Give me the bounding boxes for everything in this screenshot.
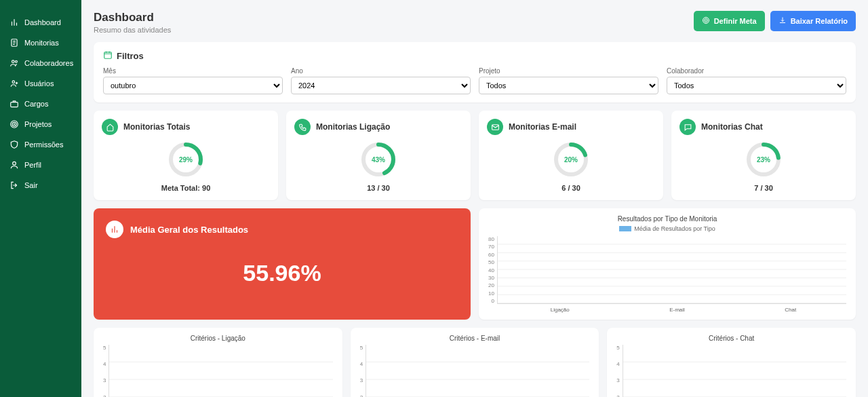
mail-icon [487, 119, 503, 135]
legend-swatch [619, 226, 631, 231]
type-chart-card: Resultados por Tipo de Monitoria Média d… [479, 208, 856, 320]
criteria-chart-card: Critérios - E-mail 012345 AtencaoPerfilC… [351, 328, 599, 397]
sidebar-item-label: Permissões [24, 140, 63, 149]
donut-percent: 20% [553, 142, 589, 177]
logout-icon [9, 181, 19, 190]
sidebar-item-label: Sair [24, 181, 38, 189]
filters-title: Filtros [117, 51, 144, 61]
project-label: Projeto [479, 67, 658, 75]
define-goal-button[interactable]: Definir Meta [694, 11, 765, 31]
user-plus-icon [9, 79, 19, 88]
main-content: Dashboard Resumo das atividades Definir … [81, 0, 868, 397]
average-value: 55.96% [106, 238, 458, 307]
users-icon [9, 58, 19, 68]
sidebar-item-label: Projetos [24, 120, 52, 128]
sidebar-item-label: Cargos [24, 100, 48, 108]
sidebar-item-label: Monitorias [24, 39, 59, 47]
type-chart-legend: Média de Resultados por Tipo [488, 225, 846, 232]
svg-point-7 [14, 124, 14, 124]
sidebar-item-usuários[interactable]: Usuários [0, 73, 81, 94]
average-card: Média Geral dos Resultados 55.96% [94, 208, 471, 320]
sidebar-item-colaboradores[interactable]: Colaboradores [0, 53, 81, 73]
donut-percent: 23% [746, 142, 781, 177]
svg-rect-12 [104, 52, 112, 58]
svg-point-3 [12, 81, 15, 83]
donut-percent: 43% [361, 142, 396, 177]
stat-title: Monitorias Ligação [316, 122, 390, 132]
stat-title: Monitorias Chat [701, 122, 763, 132]
sidebar-item-label: Dashboard [24, 18, 61, 26]
sidebar-item-cargos[interactable]: Cargos [0, 94, 81, 114]
page-subtitle: Resumo das atividades [94, 26, 171, 34]
briefcase-icon [9, 99, 19, 109]
sidebar-item-permissões[interactable]: Permissões [0, 134, 81, 155]
stat-card: Monitorias Chat 23% 7 / 30 [671, 111, 856, 200]
stat-title: Monitorias Totais [123, 122, 190, 132]
year-select[interactable]: 2024 [291, 77, 471, 94]
user-icon [9, 160, 19, 170]
criteria-chart-card: Critérios - Chat 012345 CordialidadeEmpa… [607, 328, 856, 397]
svg-point-1 [12, 60, 15, 63]
crit-chart-title: Critérios - E-mail [360, 335, 590, 342]
sidebar-item-label: Perfil [24, 161, 41, 169]
sidebar-item-label: Usuários [24, 79, 54, 88]
sidebar-item-dashboard[interactable]: Dashboard [0, 12, 81, 33]
donut-percent: 29% [168, 142, 203, 177]
sidebar-item-sair[interactable]: Sair [0, 175, 81, 195]
stat-card: Monitorias Ligação 43% 13 / 30 [286, 111, 471, 200]
download-report-button[interactable]: Baixar Relatório [770, 11, 856, 31]
donut-chart: 20% [553, 142, 589, 177]
project-select[interactable]: Todos [479, 77, 658, 94]
stat-card: Monitorias Totais 29% Meta Total: 90 [94, 111, 278, 200]
phone-icon [294, 119, 311, 135]
svg-point-2 [15, 60, 17, 62]
crit-chart-title: Critérios - Chat [616, 335, 846, 342]
sidebar: DashboardMonitoriasColaboradoresUsuários… [0, 0, 81, 397]
donut-chart: 29% [168, 142, 203, 177]
document-icon [9, 38, 19, 48]
crit-chart-title: Critérios - Ligação [103, 335, 333, 342]
type-chart-title: Resultados por Tipo de Monitoria [488, 215, 846, 223]
criteria-chart-card: Critérios - Ligação 012345 CordialidadeL… [94, 328, 342, 397]
stat-footer: 13 / 30 [367, 184, 390, 192]
svg-point-8 [13, 162, 16, 165]
donut-chart: 43% [361, 142, 396, 177]
year-label: Ano [291, 67, 471, 75]
stat-footer: Meta Total: 90 [161, 184, 211, 192]
download-icon [778, 16, 787, 26]
donut-chart: 23% [746, 142, 781, 177]
stat-footer: 7 / 30 [754, 184, 773, 192]
sidebar-item-monitorias[interactable]: Monitorias [0, 33, 81, 53]
svg-rect-4 [11, 102, 18, 107]
home-icon [102, 119, 118, 135]
sidebar-item-projetos[interactable]: Projetos [0, 114, 81, 134]
month-label: Mês [103, 67, 283, 75]
target-icon [702, 16, 710, 26]
sidebar-item-label: Colaboradores [24, 59, 73, 67]
sidebar-item-perfil[interactable]: Perfil [0, 155, 81, 175]
average-title: Média Geral dos Resultados [130, 225, 248, 235]
shield-icon [9, 140, 19, 149]
filters-card: Filtros Mês outubro Ano 2024 Projeto Tod… [94, 42, 856, 102]
bar-chart-icon [9, 18, 19, 27]
collaborator-label: Colaborador [667, 67, 846, 75]
page-title: Dashboard [94, 11, 171, 24]
chart-icon [106, 221, 123, 238]
stat-card: Monitorias E-mail 20% 6 / 30 [479, 111, 663, 200]
calendar-icon [103, 50, 113, 62]
collaborator-select[interactable]: Todos [667, 77, 846, 94]
chat-icon [679, 119, 696, 135]
svg-point-11 [705, 20, 706, 21]
target-icon [9, 119, 19, 129]
stat-footer: 6 / 30 [561, 184, 580, 192]
month-select[interactable]: outubro [103, 77, 283, 94]
stat-title: Monitorias E-mail [509, 122, 576, 132]
